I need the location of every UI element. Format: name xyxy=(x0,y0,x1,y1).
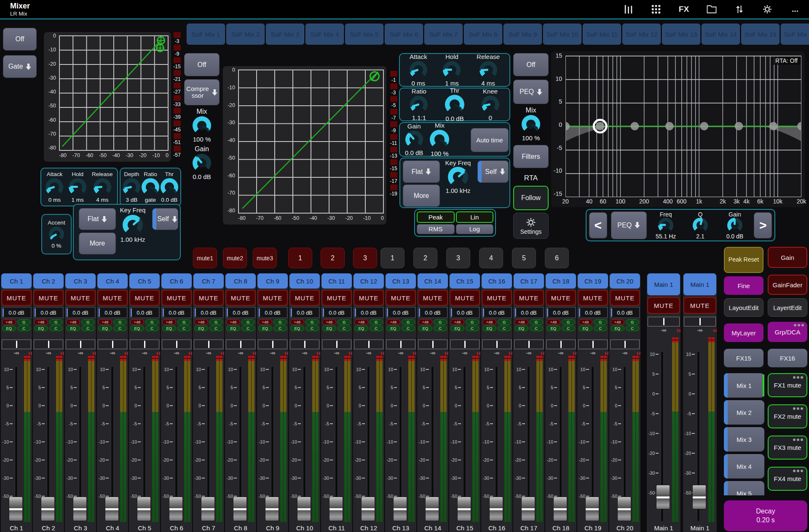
pan-control[interactable] xyxy=(354,340,383,349)
tab-sof-mix[interactable]: SoF Mix 4 xyxy=(305,24,344,45)
channel-mute-button[interactable]: MUTE xyxy=(418,290,448,306)
fader-handle[interactable] xyxy=(73,497,87,521)
fx16-button[interactable]: FX16 xyxy=(768,349,807,367)
tab-sof-mix[interactable]: SoF Mix 2 xyxy=(226,24,265,45)
gate-accent-knob[interactable] xyxy=(49,227,64,242)
fader-handle[interactable] xyxy=(489,497,503,521)
fx-mute-button[interactable]: FX2 mute xyxy=(768,404,807,428)
pan-control[interactable] xyxy=(482,340,512,349)
channel-select[interactable]: Ch 6 xyxy=(161,273,192,289)
tab-sof-mix[interactable]: SoF Mix 15 xyxy=(741,24,780,45)
more-icon[interactable]: ... xyxy=(789,3,801,16)
mix-select-button[interactable]: Mix 4 xyxy=(724,454,764,479)
fader-handle[interactable] xyxy=(425,497,439,521)
comp-gain-knob[interactable] xyxy=(193,154,211,172)
pan-control[interactable] xyxy=(130,340,159,349)
next-band-button[interactable]: > xyxy=(754,212,772,238)
peak-reset-button[interactable]: Peak Reset xyxy=(724,247,763,273)
fader-handle[interactable] xyxy=(656,485,670,509)
sort-icon[interactable] xyxy=(733,3,746,16)
fader-handle[interactable] xyxy=(137,497,151,521)
tab-sof-mix[interactable]: SoF Mix 1 xyxy=(187,24,225,45)
tab-sof-mix[interactable]: SoF Mix 13 xyxy=(662,24,700,45)
pan-control[interactable] xyxy=(648,317,680,326)
mute-group-button[interactable]: 4 xyxy=(479,248,503,268)
fader-handle[interactable] xyxy=(585,497,599,521)
lin-button[interactable]: Lin xyxy=(456,211,494,223)
comp-mix2-knob[interactable] xyxy=(430,130,449,149)
pan-control[interactable] xyxy=(66,340,95,349)
gate-threshold-handle[interactable] xyxy=(157,36,165,45)
pan-control[interactable] xyxy=(98,340,127,349)
channel-select[interactable]: Ch 2 xyxy=(33,273,64,289)
band-q-knob[interactable] xyxy=(693,218,708,233)
comp-mix-knob[interactable] xyxy=(193,116,211,135)
log-button[interactable]: Log xyxy=(456,224,494,235)
channel-mute-button[interactable]: MUTE xyxy=(225,290,256,306)
settings-gear-icon[interactable] xyxy=(761,3,774,16)
gain-fader-button[interactable]: GainFader xyxy=(768,275,807,295)
gate-depth-knob[interactable] xyxy=(123,178,140,196)
mute-group-button[interactable]: 1 xyxy=(380,248,404,268)
fader-handle[interactable] xyxy=(361,497,375,521)
gate-depth-handle[interactable] xyxy=(156,44,164,52)
channel-mute-button[interactable]: MUTE xyxy=(97,290,128,306)
channel-mute-button[interactable]: MUTE xyxy=(450,290,480,306)
tab-sof-mix[interactable]: SoF Mix 9 xyxy=(504,24,542,45)
fader-handle[interactable] xyxy=(41,497,55,521)
mute-group-button[interactable]: 3 xyxy=(446,248,470,268)
mute-group-button[interactable]: mute1 xyxy=(193,248,217,268)
layer-edit-button[interactable]: LayertEdit xyxy=(768,298,807,317)
auto-time-button[interactable]: Auto time xyxy=(471,128,509,152)
channel-select[interactable]: Ch 18 xyxy=(546,273,576,289)
tab-sof-mix[interactable]: SoF Mix 6 xyxy=(385,24,423,45)
comp-ratio-knob[interactable] xyxy=(410,96,428,113)
pan-control[interactable] xyxy=(2,340,31,349)
gate-attack-knob[interactable] xyxy=(46,178,63,196)
channel-select[interactable]: Ch 20 xyxy=(610,273,640,289)
channel-mute-button[interactable]: MUTE xyxy=(354,290,384,306)
fx-mute-button[interactable]: FX3 mute xyxy=(768,436,807,460)
channel-select[interactable]: Ch 7 xyxy=(193,273,224,289)
tab-sof-mix[interactable]: SoF Mix 10 xyxy=(543,24,581,45)
gate-hold-knob[interactable] xyxy=(69,178,86,196)
fx15-button[interactable]: FX15 xyxy=(724,349,763,367)
tab-sof-mix[interactable]: SoF Mix 11 xyxy=(583,24,621,45)
channel-select[interactable]: Ch 11 xyxy=(321,273,352,289)
channel-mute-button[interactable]: MUTE xyxy=(33,290,64,306)
channel-select[interactable]: Ch 4 xyxy=(97,273,128,289)
channel-select[interactable]: Ch 10 xyxy=(289,273,320,289)
compressor-transfer-graph[interactable]: 0-10-20-30-40-50-60-70-80 -80-70-60-50-4… xyxy=(223,66,386,225)
channel-select[interactable]: Ch 5 xyxy=(129,273,160,289)
fader-handle[interactable] xyxy=(105,497,119,521)
gate-more-button[interactable]: More xyxy=(79,233,116,254)
comp-thr-knob[interactable] xyxy=(445,95,464,114)
gate-release-knob[interactable] xyxy=(94,178,111,196)
filters-button[interactable]: Filters xyxy=(513,145,549,168)
gate-key-source-dropdown[interactable]: Self xyxy=(152,208,178,230)
channel-select[interactable]: Ch 12 xyxy=(354,273,384,289)
pan-control[interactable] xyxy=(684,317,716,326)
channel-select[interactable]: Main 1 xyxy=(647,273,680,295)
rta-settings-button[interactable]: Settings xyxy=(513,213,549,239)
grid-icon[interactable] xyxy=(650,3,662,16)
tab-sof-mix[interactable]: SoF Mix 3 xyxy=(266,24,304,45)
mute-group-button[interactable]: mute3 xyxy=(253,248,277,268)
channel-mute-button[interactable]: MUTE xyxy=(257,290,288,306)
comp-makeup-gain-knob[interactable] xyxy=(405,131,423,148)
rta-follow-button[interactable]: Follow xyxy=(513,186,549,210)
fader-handle[interactable] xyxy=(329,497,343,521)
mute-group-button[interactable]: 2 xyxy=(413,248,437,268)
channel-select[interactable]: Ch 16 xyxy=(482,273,512,289)
pan-control[interactable] xyxy=(514,340,544,349)
gate-off-button[interactable]: Off xyxy=(3,28,37,51)
channel-select[interactable]: Main 1 xyxy=(683,273,716,295)
meters-icon[interactable] xyxy=(622,3,635,16)
channel-mute-button[interactable]: MUTE xyxy=(193,290,224,306)
gate-thr-knob[interactable] xyxy=(161,178,178,196)
channel-mute-button[interactable]: MUTE xyxy=(683,297,716,314)
pan-control[interactable] xyxy=(578,340,608,349)
pan-control[interactable] xyxy=(450,340,480,349)
channel-mute-button[interactable]: MUTE xyxy=(546,290,576,306)
channel-mute-button[interactable]: MUTE xyxy=(289,290,320,306)
